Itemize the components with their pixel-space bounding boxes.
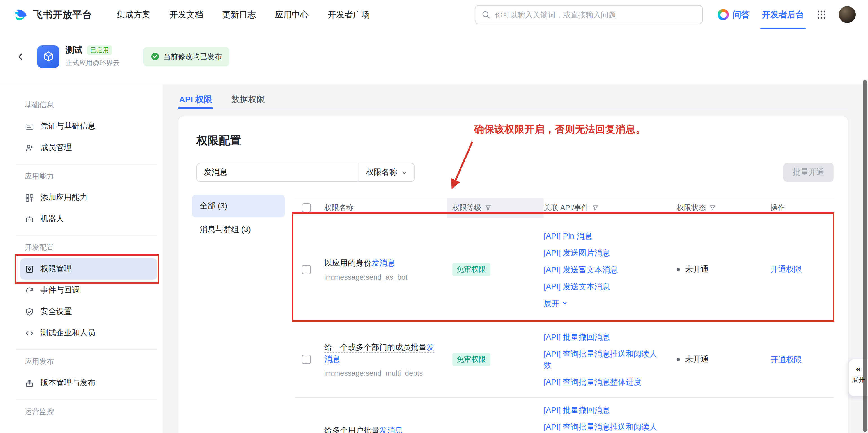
sidebar-item-label: 版本管理与发布 xyxy=(40,378,95,388)
permission-card: 权限配置 权限名称 批量开通 全部 (3) 消息与群组 (3) xyxy=(178,116,848,433)
check-circle-icon xyxy=(151,52,159,61)
api-link[interactable]: [API] 批量撤回消息 xyxy=(544,404,660,415)
api-link[interactable]: [API] 查询批量消息推送和阅读人数 xyxy=(544,348,660,371)
publish-status-text: 当前修改均已发布 xyxy=(163,51,222,61)
filter-funnel-icon[interactable] xyxy=(485,204,492,211)
search-filter-label: 权限名称 xyxy=(366,167,397,177)
enabled-badge: 已启用 xyxy=(87,46,112,55)
status-dot-icon xyxy=(677,268,680,271)
col-header-action: 操作 xyxy=(770,203,785,213)
filter-funnel-icon[interactable] xyxy=(592,204,599,211)
api-link[interactable]: [API] 发送富文本消息 xyxy=(544,264,660,275)
sidebar-section-monitor: 运营监控 xyxy=(16,399,157,428)
cube-icon xyxy=(42,50,55,63)
section-title-capability: 应用能力 xyxy=(16,168,157,187)
api-link[interactable]: [API] 查询批量消息推送和阅读人数 xyxy=(544,421,660,433)
app-header: 测试 已启用 正式应用@环界云 当前修改均已发布 xyxy=(0,29,868,84)
api-link[interactable]: [API] 发送文本消息 xyxy=(544,281,660,292)
console-label: 开发者后台 xyxy=(762,9,804,20)
nav-menu: 集成方案 开发文档 更新日志 应用中心 开发者广场 xyxy=(117,9,370,20)
col-header-name: 权限名称 xyxy=(324,203,353,213)
level-badge: 免审权限 xyxy=(452,353,490,366)
status-cell: 未开通 xyxy=(677,264,770,275)
row-checkbox[interactable] xyxy=(302,355,311,364)
permission-name-link[interactable]: 以应用的身份发消息 xyxy=(324,258,395,268)
tab-developer-console[interactable]: 开发者后台 xyxy=(762,0,804,29)
sidebar-item-test-org[interactable]: 测试企业和人员 xyxy=(20,322,157,344)
api-link[interactable]: [API] 批量撤回消息 xyxy=(544,331,660,343)
sidebar-section-release: 应用发布 版本管理与发布 xyxy=(16,349,157,399)
sidebar-item-events[interactable]: 事件与回调 xyxy=(20,280,157,301)
sidebar-item-label: 安全设置 xyxy=(40,307,72,317)
qa-link[interactable]: 问答 xyxy=(718,9,750,20)
table-header: 权限名称 权限等级 关联 API/事件 xyxy=(295,198,834,217)
level-badge: 免审权限 xyxy=(452,263,490,276)
api-link-list: [API] 批量撤回消息 [API] 查询批量消息推送和阅读人数 [API] 查… xyxy=(544,331,660,387)
sidebar-item-label: 事件与回调 xyxy=(40,285,80,295)
table-row-send-as-bot: 以应用的身份发消息 im:message:send_as_bot 免审权限 [A… xyxy=(295,217,834,322)
back-button[interactable] xyxy=(16,51,26,61)
sidebar-item-version-release[interactable]: 版本管理与发布 xyxy=(20,372,157,394)
code-brackets-icon xyxy=(25,328,34,338)
nav-item-integration[interactable]: 集成方案 xyxy=(117,9,150,20)
permission-group-list: 全部 (3) 消息与群组 (3) xyxy=(192,195,285,433)
api-link[interactable]: [API] 查询批量消息整体进度 xyxy=(544,376,660,387)
expand-api-list-link[interactable]: 展开 xyxy=(544,297,660,309)
vertical-scrollbar[interactable] xyxy=(863,80,867,432)
sidebar-item-security[interactable]: 安全设置 xyxy=(20,301,157,322)
open-permission-link[interactable]: 开通权限 xyxy=(770,264,802,273)
sidebar-item-label: 凭证与基础信息 xyxy=(40,121,95,132)
shield-check-icon xyxy=(25,307,34,316)
sidebar-item-add-capability[interactable]: 添加应用能力 xyxy=(20,187,157,208)
chevron-down-icon xyxy=(401,169,407,175)
nav-item-app-center[interactable]: 应用中心 xyxy=(275,9,309,20)
tab-api-permission[interactable]: API 权限 xyxy=(178,91,213,108)
group-message[interactable]: 消息与群组 (3) xyxy=(192,219,285,241)
filter-funnel-icon[interactable] xyxy=(709,204,716,211)
permission-name-link[interactable]: 给多个用户批量发消息 xyxy=(324,426,403,433)
credential-card-icon xyxy=(25,122,34,131)
nav-item-docs[interactable]: 开发文档 xyxy=(169,9,203,20)
sidebar: 基础信息 凭证与基础信息 成员管理 应用能力 xyxy=(0,84,163,433)
tab-data-permission[interactable]: 数据权限 xyxy=(230,91,266,108)
permission-name-link[interactable]: 给一个或多个部门的成员批量发消息 xyxy=(324,343,434,365)
sidebar-item-credentials[interactable]: 凭证与基础信息 xyxy=(20,116,157,137)
brand[interactable]: 飞书开放平台 xyxy=(12,7,92,23)
section-title-monitor: 运营监控 xyxy=(16,403,157,422)
permission-lock-icon xyxy=(25,264,34,274)
section-title-dev-config: 开发配置 xyxy=(16,239,157,258)
nav-item-dev-plaza[interactable]: 开发者广场 xyxy=(328,9,370,20)
api-link[interactable]: [API] Pin 消息 xyxy=(544,230,660,241)
status-cell: 未开通 xyxy=(677,354,770,365)
group-all[interactable]: 全部 (3) xyxy=(192,195,285,217)
sidebar-item-label: 机器人 xyxy=(40,214,64,224)
bulk-open-button[interactable]: 批量开通 xyxy=(783,163,834,182)
nav-item-changelog[interactable]: 更新日志 xyxy=(222,9,256,20)
search-input[interactable] xyxy=(495,10,696,19)
api-link[interactable]: [API] 发送图片消息 xyxy=(544,247,660,258)
section-title-basic: 基础信息 xyxy=(16,96,157,116)
double-chevron-left-icon: « xyxy=(856,365,861,373)
col-header-level[interactable]: 权限等级 xyxy=(446,198,544,218)
release-upload-icon xyxy=(25,378,34,388)
row-checkbox[interactable] xyxy=(302,265,311,274)
open-permission-link[interactable]: 开通权限 xyxy=(770,355,802,364)
permission-search-input[interactable] xyxy=(197,164,359,181)
sidebar-item-label: 测试企业和人员 xyxy=(40,328,95,338)
chevron-down-icon xyxy=(562,300,568,306)
permission-table: 权限名称 权限等级 关联 API/事件 xyxy=(295,198,834,433)
sidebar-item-permissions[interactable]: 权限管理 xyxy=(20,258,157,280)
permission-tabs: API 权限 数据权限 xyxy=(178,84,848,108)
global-search[interactable] xyxy=(475,5,703,24)
page: 飞书开放平台 集成方案 开发文档 更新日志 应用中心 开发者广场 问答 开发者后… xyxy=(0,0,868,433)
sidebar-section-capability: 应用能力 添加应用能力 机器人 xyxy=(16,164,157,235)
app-grid-icon[interactable] xyxy=(816,9,827,20)
search-filter-select[interactable]: 权限名称 xyxy=(359,164,414,181)
sidebar-item-bot[interactable]: 机器人 xyxy=(20,208,157,230)
brand-title: 飞书开放平台 xyxy=(33,8,92,21)
sidebar-item-label: 权限管理 xyxy=(40,264,72,274)
chevron-left-icon xyxy=(16,51,26,61)
avatar[interactable] xyxy=(839,6,856,23)
select-all-checkbox[interactable] xyxy=(302,203,311,212)
sidebar-item-members[interactable]: 成员管理 xyxy=(20,137,157,158)
